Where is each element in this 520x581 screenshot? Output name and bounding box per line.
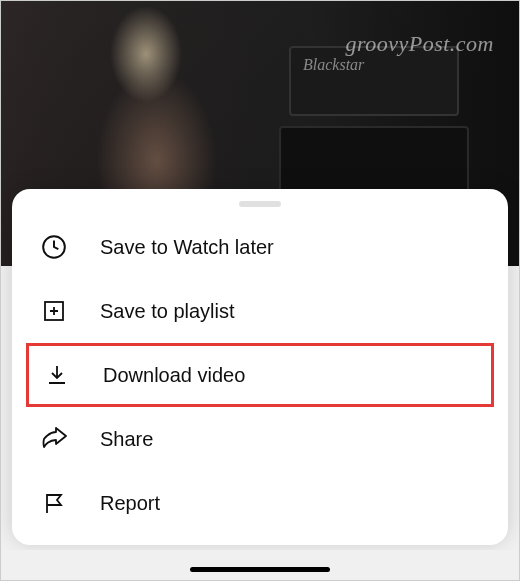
drag-handle[interactable] <box>239 201 281 207</box>
flag-icon <box>40 489 68 517</box>
action-bottom-sheet: Save to Watch later Save to playlist Dow… <box>12 189 508 545</box>
playlist-add-icon <box>40 297 68 325</box>
menu-label: Save to Watch later <box>100 236 274 259</box>
menu-item-save-playlist[interactable]: Save to playlist <box>12 279 508 343</box>
bottom-strip <box>1 550 519 580</box>
menu-item-watch-later[interactable]: Save to Watch later <box>12 215 508 279</box>
watermark-text: groovyPost.com <box>345 31 494 57</box>
share-icon <box>40 425 68 453</box>
clock-icon <box>40 233 68 261</box>
menu-label: Save to playlist <box>100 300 235 323</box>
menu-item-share[interactable]: Share <box>12 407 508 471</box>
menu-label: Download video <box>103 364 245 387</box>
home-indicator[interactable] <box>190 567 330 572</box>
download-icon <box>43 361 71 389</box>
menu-label: Share <box>100 428 153 451</box>
amplifier-brand: Blackstar <box>303 56 364 74</box>
menu-label: Report <box>100 492 160 515</box>
menu-item-download[interactable]: Download video <box>26 343 494 407</box>
menu-item-report[interactable]: Report <box>12 471 508 535</box>
